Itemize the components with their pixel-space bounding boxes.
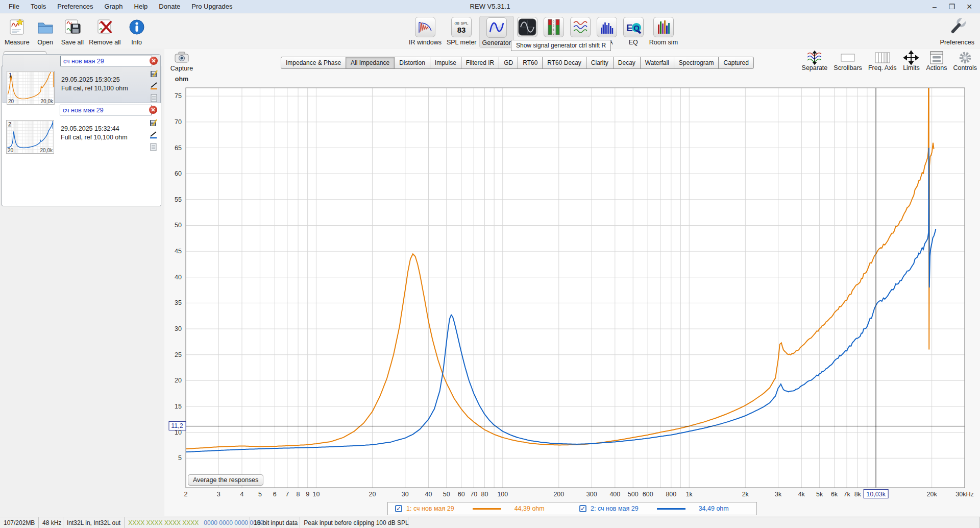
svg-text:30: 30: [402, 491, 409, 498]
graph-tool-label: Separate: [802, 64, 828, 71]
svg-text:20: 20: [369, 491, 376, 498]
svg-text:6k: 6k: [831, 491, 838, 498]
graph-tool-label: Scrollbars: [834, 64, 862, 71]
svg-text:500: 500: [628, 491, 639, 498]
graph-tool-label: Actions: [926, 64, 947, 71]
measurement-info: Full cal, ref 10,100 ohm: [61, 85, 128, 92]
separate-icon: [806, 51, 823, 64]
svg-text:5k: 5k: [816, 491, 823, 498]
svg-text:1k: 1k: [686, 491, 693, 498]
svg-text:3k: 3k: [775, 491, 782, 498]
save-measurement-icon[interactable]: [150, 69, 158, 78]
svg-text:3: 3: [217, 491, 220, 498]
actions-button[interactable]: Actions: [926, 51, 947, 71]
controls-icon: [957, 51, 974, 64]
tab-impulse[interactable]: Impulse: [430, 57, 461, 69]
svg-text:25: 25: [175, 351, 182, 358]
svg-text:4k: 4k: [798, 491, 805, 498]
svg-text:800: 800: [666, 491, 676, 498]
tab-impedance-phase[interactable]: Impedance & Phase: [281, 57, 346, 69]
measurement-item-1[interactable]: 1 20 20,0k 29.05.2025 15:30:25 Full cal,…: [3, 54, 161, 103]
svg-text:5: 5: [258, 491, 262, 498]
notes-icon[interactable]: [149, 142, 158, 151]
svg-text:20k: 20k: [927, 491, 938, 498]
svg-text:20: 20: [175, 377, 182, 384]
measurement-name-input[interactable]: [60, 105, 152, 115]
measurement-info: Full cal, ref 10,100 ohm: [61, 134, 128, 141]
tab-waterfall[interactable]: Waterfall: [640, 57, 674, 69]
svg-text:50: 50: [175, 222, 182, 229]
delete-measurement-button[interactable]: ✕: [150, 57, 158, 65]
svg-text:70: 70: [175, 118, 182, 126]
rew-application-window: FileToolsPreferencesGraphHelpDonatePro U…: [0, 0, 980, 528]
tab-clarity[interactable]: Clarity: [586, 57, 614, 69]
limits-button[interactable]: Limits: [902, 51, 920, 71]
controls-button[interactable]: Controls: [953, 51, 977, 71]
svg-text:7: 7: [285, 491, 289, 498]
svg-text:60: 60: [458, 491, 465, 498]
tab-rt60-decay[interactable]: RT60 Decay: [542, 57, 586, 69]
svg-text:5: 5: [178, 454, 182, 462]
freq-axis-button[interactable]: Freq. Axis: [868, 51, 897, 71]
graph-tools: SeparateScrollbarsFreq. AxisLimitsAction…: [802, 51, 977, 71]
measurement-name-input[interactable]: [60, 56, 152, 66]
average-responses-button[interactable]: Average the responses: [188, 474, 263, 486]
svg-text:7k: 7k: [843, 491, 850, 498]
measurement-datetime: 29.05.2025 15:32:44: [61, 125, 119, 132]
trace-settings-icon[interactable]: [149, 130, 158, 139]
svg-text:80: 80: [481, 491, 488, 498]
tab-spectrogram[interactable]: Spectrogram: [674, 57, 719, 69]
trace-settings-icon[interactable]: [150, 81, 158, 90]
svg-text:2: 2: [184, 491, 188, 498]
scrollbars-button[interactable]: Scrollbars: [834, 51, 862, 71]
svg-text:600: 600: [643, 491, 653, 498]
measurement-item-2[interactable]: 2 20 20,0k 29.05.2025 15:32:44 Full cal,…: [3, 104, 161, 153]
tab-decay[interactable]: Decay: [613, 57, 641, 69]
svg-text:45: 45: [175, 248, 182, 255]
svg-text:50: 50: [443, 491, 450, 498]
tab-all-impedance[interactable]: All Impedance: [346, 57, 395, 69]
svg-text:40: 40: [175, 274, 182, 281]
scrollbars-icon: [839, 51, 856, 64]
svg-text:10: 10: [312, 491, 320, 498]
tab-rt60[interactable]: RT60: [518, 57, 543, 69]
svg-text:400: 400: [609, 491, 620, 498]
generator-tooltip: Show signal generator ctrl shift R: [511, 40, 611, 51]
graph-tool-label: Limits: [903, 64, 920, 71]
svg-text:35: 35: [175, 299, 182, 306]
svg-text:8k: 8k: [854, 491, 862, 498]
actions-icon: [928, 51, 945, 64]
svg-text:9: 9: [306, 491, 309, 498]
svg-text:55: 55: [175, 196, 182, 203]
graph-tool-label: Freq. Axis: [868, 64, 897, 71]
svg-text:40: 40: [425, 491, 432, 498]
svg-text:6: 6: [273, 491, 277, 498]
svg-text:30kHz: 30kHz: [955, 491, 973, 498]
svg-text:30: 30: [175, 325, 182, 332]
svg-text:11,2: 11,2: [171, 422, 183, 429]
measurement-thumbnail[interactable]: 1 20 20,0k: [7, 71, 55, 105]
tab-captured[interactable]: Captured: [718, 57, 753, 69]
tab-gd[interactable]: GD: [499, 57, 518, 69]
graph-tool-label: Controls: [953, 64, 977, 71]
separate-button[interactable]: Separate: [802, 51, 828, 71]
svg-text:15: 15: [175, 403, 182, 410]
tab-filtered-ir[interactable]: Filtered IR: [461, 57, 499, 69]
delete-measurement-button[interactable]: ✕: [149, 106, 157, 114]
svg-text:75: 75: [175, 92, 182, 100]
svg-text:300: 300: [586, 491, 597, 498]
limits-icon: [902, 51, 920, 64]
graph-tabs: Impedance & PhaseAll ImpedanceDistortion…: [281, 57, 754, 69]
measurement-thumbnail[interactable]: 2 20 20,0k: [6, 120, 54, 154]
svg-text:60: 60: [175, 170, 182, 177]
svg-text:8: 8: [297, 491, 300, 498]
notes-icon[interactable]: [150, 93, 158, 102]
measurement-datetime: 29.05.2025 15:30:25: [61, 76, 120, 83]
save-measurement-icon[interactable]: [149, 118, 158, 127]
svg-text:10,03k: 10,03k: [866, 491, 886, 498]
svg-text:100: 100: [497, 491, 508, 498]
svg-text:2k: 2k: [742, 491, 749, 498]
svg-text:200: 200: [553, 491, 564, 498]
svg-text:65: 65: [175, 145, 182, 152]
tab-distortion[interactable]: Distortion: [394, 57, 430, 69]
